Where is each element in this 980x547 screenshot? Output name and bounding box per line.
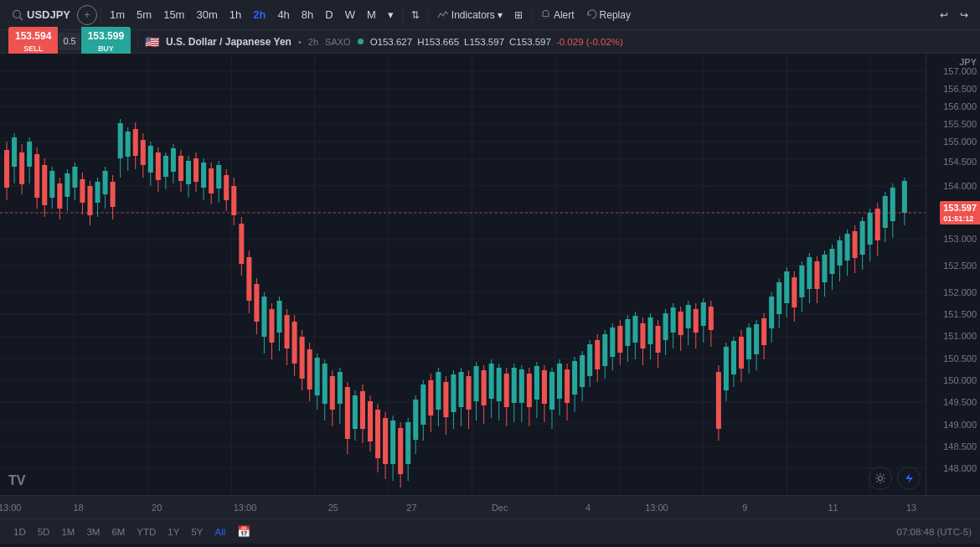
tf-1m-btn[interactable]: 1M bbox=[56, 524, 80, 539]
price-150: 150.000 bbox=[943, 375, 977, 385]
price-154: 154.000 bbox=[943, 181, 977, 191]
templates-icon: ⊞ bbox=[514, 9, 523, 21]
price-149: 149.000 bbox=[943, 420, 977, 430]
x-label-27: 27 bbox=[406, 503, 416, 513]
svg-rect-110 bbox=[292, 322, 297, 364]
symbol-ticker: USDJPY bbox=[27, 8, 70, 21]
x-label-18: 18 bbox=[73, 503, 83, 513]
add-symbol-button[interactable]: + bbox=[77, 5, 97, 25]
x-label-13: 13 bbox=[906, 503, 916, 513]
alert-button[interactable]: Alert bbox=[535, 7, 580, 23]
tf-1d-btn[interactable]: 1D bbox=[8, 524, 31, 539]
tf-1m[interactable]: 1m bbox=[105, 6, 130, 23]
chart-settings-button[interactable] bbox=[869, 467, 892, 490]
svg-rect-266 bbox=[883, 196, 888, 228]
svg-rect-206 bbox=[656, 326, 661, 353]
templates-button[interactable]: ⊞ bbox=[509, 7, 528, 23]
replay-button[interactable]: Replay bbox=[581, 7, 636, 23]
sell-button[interactable]: 153.594 SELL bbox=[8, 27, 58, 56]
price-155: 155.000 bbox=[943, 137, 977, 147]
tf-6m-btn[interactable]: 6M bbox=[106, 524, 130, 539]
buy-button[interactable]: 153.599 BUY bbox=[81, 27, 131, 56]
svg-rect-232 bbox=[754, 324, 759, 354]
chart-container: TV JPY 157.000 156.500 156.000 155.500 1… bbox=[0, 54, 980, 495]
compare-icon: ⇅ bbox=[411, 9, 420, 21]
svg-rect-268 bbox=[890, 188, 895, 221]
tf-more[interactable]: ▾ bbox=[383, 6, 399, 23]
tf-15m[interactable]: 15m bbox=[158, 6, 189, 23]
tf-m[interactable]: M bbox=[362, 6, 381, 23]
x-label-dec: Dec bbox=[492, 503, 508, 513]
svg-rect-94 bbox=[231, 186, 236, 215]
svg-rect-242 bbox=[792, 277, 797, 307]
svg-rect-172 bbox=[527, 374, 532, 407]
svg-rect-138 bbox=[398, 428, 403, 474]
svg-rect-190 bbox=[595, 340, 600, 369]
price-157: 157.000 bbox=[943, 66, 977, 76]
tf-all-btn[interactable]: All bbox=[210, 524, 231, 539]
calendar-icon-btn[interactable]: 📅 bbox=[232, 524, 255, 539]
main-toolbar: USDJPY + 1m 5m 15m 30m 1h 2h 4h 8h D W M… bbox=[0, 0, 980, 30]
svg-rect-230 bbox=[746, 328, 751, 359]
compare-button[interactable]: ⇅ bbox=[406, 7, 425, 23]
tf-1h[interactable]: 1h bbox=[224, 6, 246, 23]
svg-rect-112 bbox=[300, 337, 305, 379]
indicators-button[interactable]: Indicators ▾ bbox=[432, 7, 508, 23]
tf-3m-btn[interactable]: 3M bbox=[81, 524, 105, 539]
indicators-icon bbox=[437, 9, 449, 21]
symbol-selector[interactable]: USDJPY bbox=[7, 5, 75, 24]
svg-rect-234 bbox=[761, 318, 766, 345]
divider-4 bbox=[531, 7, 532, 23]
tf-w[interactable]: W bbox=[340, 6, 360, 23]
svg-rect-218 bbox=[701, 302, 706, 326]
price-151: 151.000 bbox=[943, 331, 977, 341]
tf-8h[interactable]: 8h bbox=[297, 6, 318, 23]
svg-rect-42 bbox=[34, 154, 39, 198]
svg-rect-164 bbox=[497, 368, 502, 401]
x-label-1300c: 13:00 bbox=[645, 503, 668, 513]
svg-rect-98 bbox=[246, 257, 251, 301]
chart-main[interactable]: TV bbox=[0, 54, 926, 495]
svg-rect-224 bbox=[724, 347, 729, 390]
lightning-button[interactable] bbox=[897, 467, 921, 490]
tf-5d-btn[interactable]: 5D bbox=[33, 524, 55, 539]
tf-d[interactable]: D bbox=[320, 6, 338, 23]
tf-30m[interactable]: 30m bbox=[191, 6, 222, 23]
svg-rect-62 bbox=[111, 182, 116, 207]
svg-rect-54 bbox=[80, 179, 85, 203]
svg-rect-38 bbox=[19, 152, 24, 184]
undo-button[interactable]: ↩ bbox=[935, 7, 953, 23]
price-153: 153.000 bbox=[943, 234, 977, 244]
x-label-20: 20 bbox=[152, 503, 162, 513]
redo-button[interactable]: ↪ bbox=[955, 7, 973, 23]
svg-rect-154 bbox=[458, 372, 463, 407]
divider-2 bbox=[402, 7, 403, 23]
open-label: O153.627 bbox=[370, 37, 413, 47]
tf-2h[interactable]: 2h bbox=[248, 6, 271, 23]
svg-rect-262 bbox=[868, 213, 873, 245]
tf-5m[interactable]: 5m bbox=[132, 6, 157, 23]
svg-rect-92 bbox=[224, 175, 229, 200]
tf-ytd-btn[interactable]: YTD bbox=[132, 524, 161, 539]
svg-rect-128 bbox=[360, 391, 365, 429]
x-label-1300b: 13:00 bbox=[234, 503, 257, 513]
svg-rect-204 bbox=[648, 317, 653, 344]
svg-rect-176 bbox=[542, 370, 547, 404]
candlestick-chart bbox=[0, 54, 926, 495]
svg-rect-184 bbox=[572, 361, 577, 395]
tf-5y-btn[interactable]: 5Y bbox=[186, 524, 208, 539]
svg-rect-108 bbox=[285, 315, 290, 348]
svg-rect-130 bbox=[368, 401, 373, 441]
search-icon bbox=[12, 9, 23, 21]
spread-button[interactable]: 0.5 bbox=[59, 33, 80, 50]
svg-rect-64 bbox=[118, 123, 123, 158]
tf-1y-btn[interactable]: 1Y bbox=[162, 524, 184, 539]
svg-rect-102 bbox=[261, 297, 266, 337]
svg-rect-238 bbox=[776, 282, 781, 314]
svg-rect-226 bbox=[731, 341, 736, 374]
tf-4h[interactable]: 4h bbox=[272, 6, 294, 23]
svg-rect-148 bbox=[436, 372, 441, 410]
svg-rect-70 bbox=[141, 140, 146, 165]
live-dot bbox=[358, 39, 364, 44]
x-label-1300: 13:00 bbox=[0, 503, 21, 513]
